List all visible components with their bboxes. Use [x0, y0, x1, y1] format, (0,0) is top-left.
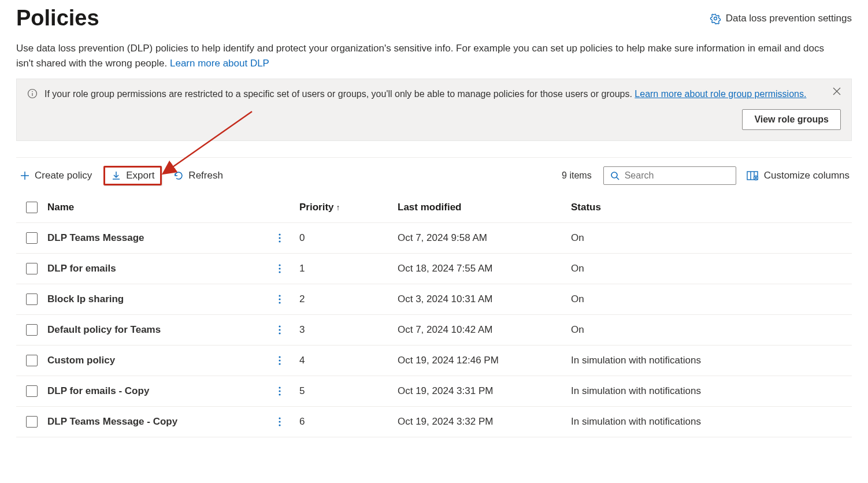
priority-cell: 1 [299, 263, 398, 274]
column-header-status[interactable]: Status [571, 202, 852, 213]
status-cell: In simulation with notifications [571, 355, 852, 366]
table-header-row: Name Priority↑ Last modified Status [16, 194, 852, 223]
svg-line-11 [617, 177, 619, 180]
svg-point-27 [279, 325, 280, 327]
priority-cell: 4 [299, 355, 398, 366]
view-role-groups-button[interactable]: View role groups [742, 109, 841, 130]
close-icon[interactable] [830, 85, 843, 98]
kebab-icon [279, 417, 281, 427]
export-label: Export [126, 170, 154, 181]
policy-name-cell: Custom policy [47, 355, 279, 366]
refresh-icon [173, 170, 184, 181]
row-kebab-menu[interactable] [279, 386, 299, 396]
svg-point-0 [714, 17, 717, 20]
svg-point-38 [279, 424, 280, 426]
table-row[interactable]: DLP for emails1Oct 18, 2024 7:55 AMOn [16, 254, 852, 284]
policy-name-cell: DLP for emails [47, 263, 279, 274]
status-cell: In simulation with notifications [571, 416, 852, 428]
modified-cell: Oct 19, 2024 3:31 PM [398, 385, 571, 397]
kebab-icon [279, 263, 281, 274]
modified-cell: Oct 3, 2024 10:31 AM [398, 293, 571, 305]
svg-point-28 [279, 329, 280, 330]
column-header-name[interactable]: Name [47, 202, 279, 213]
svg-point-30 [279, 356, 280, 358]
search-box[interactable] [603, 166, 736, 185]
table-row[interactable]: DLP Teams Message0Oct 7, 2024 9:58 AMOn [16, 223, 852, 254]
status-cell: On [571, 263, 852, 274]
svg-point-26 [279, 302, 280, 303]
row-kebab-menu[interactable] [279, 417, 299, 427]
customize-columns-label: Customize columns [764, 170, 850, 181]
svg-point-21 [279, 264, 280, 266]
svg-point-35 [279, 393, 280, 395]
row-checkbox[interactable] [26, 293, 38, 305]
row-kebab-menu[interactable] [279, 325, 299, 335]
table-row[interactable]: Block Ip sharing2Oct 3, 2024 10:31 AMOn [16, 284, 852, 315]
row-kebab-menu[interactable] [279, 233, 299, 243]
svg-point-19 [279, 237, 280, 239]
download-icon [111, 170, 121, 181]
status-cell: On [571, 324, 852, 336]
svg-point-23 [279, 271, 280, 273]
export-button[interactable]: Export [109, 169, 157, 183]
kebab-icon [279, 325, 281, 335]
svg-point-24 [279, 295, 280, 296]
status-cell: On [571, 293, 852, 305]
policy-name-cell: DLP Teams Message [47, 232, 279, 244]
svg-point-33 [279, 387, 280, 388]
create-policy-button[interactable]: Create policy [16, 168, 95, 184]
column-header-priority[interactable]: Priority↑ [299, 202, 398, 213]
select-all-checkbox[interactable] [26, 202, 38, 213]
svg-point-34 [279, 390, 280, 392]
page-title: Policies [16, 6, 99, 31]
row-checkbox[interactable] [26, 355, 38, 366]
banner-text: If your role group permissions are restr… [44, 89, 635, 99]
description-text: Use data loss prevention (DLP) policies … [16, 43, 824, 69]
row-checkbox[interactable] [26, 263, 38, 274]
policies-table: Name Priority↑ Last modified Status DLP … [16, 194, 852, 437]
row-kebab-menu[interactable] [279, 263, 299, 274]
table-row[interactable]: Custom policy4Oct 19, 2024 12:46 PMIn si… [16, 345, 852, 376]
svg-point-15 [754, 176, 758, 180]
svg-point-31 [279, 359, 280, 361]
modified-cell: Oct 7, 2024 10:42 AM [398, 324, 571, 336]
priority-cell: 0 [299, 232, 398, 244]
table-row[interactable]: Default policy for Teams3Oct 7, 2024 10:… [16, 315, 852, 345]
policy-name-cell: Default policy for Teams [47, 324, 279, 336]
priority-cell: 6 [299, 416, 398, 428]
learn-more-role-permissions-link[interactable]: Learn more about role group permissions. [635, 89, 806, 99]
modified-cell: Oct 18, 2024 7:55 AM [398, 263, 571, 274]
refresh-button[interactable]: Refresh [170, 168, 227, 184]
svg-point-18 [279, 233, 280, 235]
learn-more-dlp-link[interactable]: Learn more about DLP [170, 58, 269, 69]
sort-ascending-icon: ↑ [336, 203, 340, 212]
svg-point-10 [611, 172, 617, 178]
row-checkbox[interactable] [26, 232, 38, 244]
export-highlight-annotation: Export [103, 166, 162, 185]
dlp-settings-link[interactable]: Data loss prevention settings [710, 13, 852, 24]
create-policy-label: Create policy [35, 170, 92, 181]
search-input[interactable] [625, 170, 740, 181]
row-checkbox[interactable] [26, 324, 38, 336]
refresh-label: Refresh [188, 170, 223, 181]
row-checkbox[interactable] [26, 385, 38, 397]
item-count-label: 9 items [562, 170, 592, 181]
svg-point-29 [279, 332, 280, 334]
table-row[interactable]: DLP Teams Message - Copy6Oct 19, 2024 3:… [16, 407, 852, 437]
priority-cell: 5 [299, 385, 398, 397]
modified-cell: Oct 19, 2024 3:32 PM [398, 416, 571, 428]
policy-name-cell: Block Ip sharing [47, 293, 279, 305]
kebab-icon [279, 386, 281, 396]
table-row[interactable]: DLP for emails - Copy5Oct 19, 2024 3:31 … [16, 376, 852, 407]
row-kebab-menu[interactable] [279, 355, 299, 366]
row-checkbox[interactable] [26, 416, 38, 428]
dlp-settings-label: Data loss prevention settings [726, 13, 852, 24]
customize-columns-button[interactable]: Customize columns [744, 168, 852, 184]
priority-cell: 2 [299, 293, 398, 305]
column-header-modified[interactable]: Last modified [398, 202, 571, 213]
gear-icon [710, 13, 721, 24]
priority-cell: 3 [299, 324, 398, 336]
toolbar: Create policy Export [16, 157, 852, 194]
svg-point-37 [279, 421, 280, 422]
row-kebab-menu[interactable] [279, 294, 299, 304]
